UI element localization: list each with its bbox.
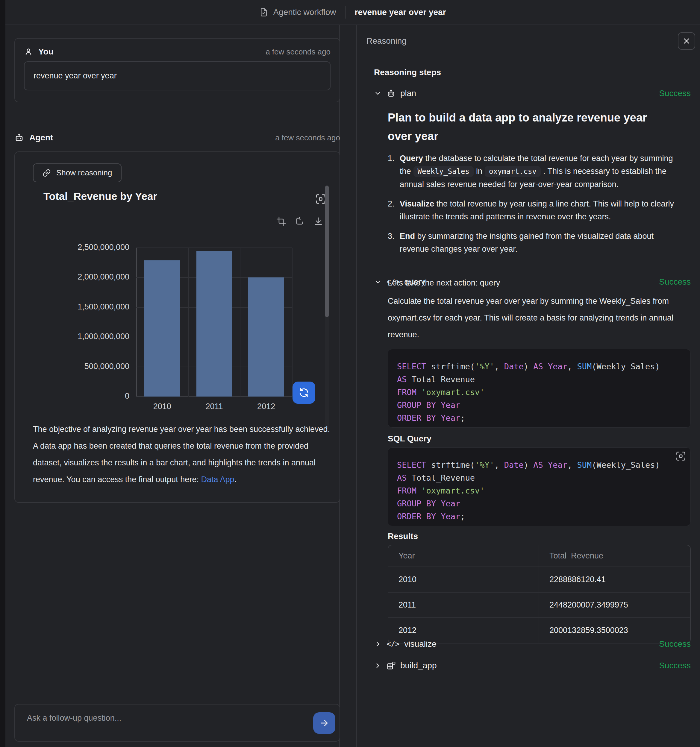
step-row-build-app[interactable]: build_app Success bbox=[374, 659, 691, 672]
close-reasoning-button[interactable] bbox=[678, 32, 695, 50]
sql-code-line: SELECT strftime('%Y', Date) AS Year, SUM… bbox=[397, 458, 682, 471]
agentic-workflow-app: Agentic workflow revenue year over year … bbox=[0, 0, 700, 747]
show-reasoning-label: Show reasoning bbox=[56, 168, 112, 177]
table-cell: 2011 bbox=[388, 592, 539, 617]
agent-message-card: Show reasoning Total_Revenue by Year 050… bbox=[14, 151, 340, 503]
blocks-icon bbox=[386, 661, 395, 670]
step-row-visualize[interactable]: </> visualize Success bbox=[374, 637, 691, 651]
sql-code-line: FROM 'oxymart.csv' bbox=[397, 484, 682, 497]
sql-code-line: AS Total_Revenue bbox=[397, 471, 682, 484]
plan-item-text: the total revenue by year using a line c… bbox=[400, 199, 674, 221]
plan-item-bold: End bbox=[400, 231, 415, 240]
user-icon bbox=[24, 47, 33, 56]
x-axis-label: 2012 bbox=[242, 402, 290, 411]
plan-item-text: by summarizing the insights gained from … bbox=[400, 231, 654, 254]
agent-name: Agent bbox=[29, 133, 53, 142]
column-header: Total_Revenue bbox=[539, 545, 690, 567]
plan-item-bold: Visualize bbox=[400, 199, 434, 208]
step-status-query: Success bbox=[659, 277, 691, 287]
followup-input[interactable] bbox=[15, 705, 339, 741]
file-check-icon bbox=[259, 8, 268, 17]
results-label: Results bbox=[388, 532, 418, 541]
user-message-text: revenue year over year bbox=[33, 71, 117, 80]
plan-item-number: 1. bbox=[388, 152, 400, 191]
reset-view-icon[interactable] bbox=[295, 216, 305, 226]
chevron-down-icon[interactable] bbox=[374, 278, 382, 286]
app-label: Agentic workflow bbox=[273, 8, 336, 17]
plan-item-text: in bbox=[476, 167, 482, 176]
sql-code-line: SELECT strftime('%Y', Date) AS Year, SUM… bbox=[397, 360, 682, 373]
chart-bar-2010[interactable] bbox=[144, 260, 180, 396]
sql-query-code-block: SELECT strftime('%Y', Date) AS Year, SUM… bbox=[388, 448, 691, 526]
y-axis-label: 500,000,000 bbox=[24, 362, 129, 371]
agentic-workflow-tab[interactable]: Agentic workflow bbox=[259, 8, 336, 17]
zoom-select-icon[interactable] bbox=[276, 216, 286, 226]
code-icon: </> bbox=[386, 640, 399, 648]
data-app-link[interactable]: Data App bbox=[201, 475, 234, 484]
sql-query-label: SQL Query bbox=[388, 434, 432, 443]
plan-item-number: 2. bbox=[388, 198, 400, 223]
y-axis-label: 1,000,000,000 bbox=[24, 332, 129, 341]
chevron-right-icon[interactable] bbox=[374, 662, 382, 670]
plan-item-3: 3. End by summarizing the insights gaine… bbox=[388, 230, 675, 256]
x-axis-label: 2011 bbox=[191, 402, 238, 411]
sql-code-line: ORDER BY Year; bbox=[397, 510, 682, 523]
chart-toolbar bbox=[276, 216, 323, 226]
conversation-title: revenue year over year bbox=[355, 8, 446, 17]
chevron-right-icon[interactable] bbox=[374, 640, 382, 648]
y-axis-label: 0 bbox=[24, 392, 129, 401]
chart-refresh-button[interactable] bbox=[292, 382, 315, 404]
y-axis-label: 2,000,000,000 bbox=[24, 272, 129, 281]
gridline bbox=[240, 248, 241, 396]
chart-bar-2012[interactable] bbox=[248, 277, 284, 396]
agent-timestamp: a few seconds ago bbox=[275, 133, 340, 142]
top-bar: Agentic workflow revenue year over year bbox=[5, 0, 700, 25]
sql-code-line: GROUP BY Year bbox=[397, 497, 682, 510]
chart-expand-icon[interactable] bbox=[315, 194, 326, 205]
link-icon bbox=[42, 169, 51, 177]
sql-code-line: AS Total_Revenue bbox=[397, 373, 682, 386]
sql-code-block: SELECT strftime('%Y', Date) AS Year, SUM… bbox=[388, 349, 691, 428]
download-icon[interactable] bbox=[313, 216, 323, 226]
step-row-query[interactable]: </> query Success bbox=[374, 275, 691, 289]
chat-column: You a few seconds ago revenue year over … bbox=[5, 25, 340, 747]
sql-code-line: GROUP BY Year bbox=[397, 399, 682, 411]
agent-summary: The objective of analyzing revenue year … bbox=[33, 421, 333, 488]
gridline bbox=[292, 248, 292, 396]
agent-card-scrollbar[interactable] bbox=[325, 186, 329, 430]
sql-code-line: ORDER BY Year; bbox=[397, 411, 682, 424]
step-status-plan: Success bbox=[659, 89, 691, 98]
chart-bar-2011[interactable] bbox=[196, 251, 232, 396]
step-label-query: query bbox=[404, 277, 425, 287]
summary-text: The objective of analyzing revenue year … bbox=[33, 425, 330, 484]
followup-input-card bbox=[14, 704, 340, 742]
expand-code-icon[interactable] bbox=[676, 451, 686, 461]
send-button[interactable] bbox=[313, 712, 335, 734]
table-row: 20112448200007.3499975 bbox=[388, 592, 690, 617]
code-chip-oxymart-csv: oxymart.csv bbox=[485, 166, 541, 177]
column-header: Year bbox=[388, 545, 539, 567]
chevron-down-icon[interactable] bbox=[374, 89, 382, 97]
sql-code-line: FROM 'oxymart.csv' bbox=[397, 386, 682, 399]
y-axis-label: 2,500,000,000 bbox=[24, 243, 129, 252]
table-cell: 2448200007.3499975 bbox=[539, 592, 690, 617]
scrollbar-thumb[interactable] bbox=[325, 186, 329, 317]
step-label-visualize: visualize bbox=[404, 639, 436, 649]
reasoning-panel: Reasoning Reasoning steps plan Success P… bbox=[356, 25, 700, 747]
agent-message-header: Agent a few seconds ago bbox=[14, 130, 340, 145]
table-row: 20102288886120.41 bbox=[388, 567, 690, 592]
code-icon: </> bbox=[386, 278, 399, 286]
left-edge-strip bbox=[0, 0, 5, 747]
step-row-plan[interactable]: plan Success bbox=[374, 87, 691, 100]
reasoning-steps-title: Reasoning steps bbox=[374, 68, 441, 77]
show-reasoning-button[interactable]: Show reasoning bbox=[33, 163, 121, 182]
send-arrow-icon bbox=[319, 718, 329, 728]
bar-chart: 0500,000,0001,000,000,0001,500,000,0002,… bbox=[24, 237, 332, 423]
close-icon bbox=[683, 37, 691, 45]
plan-item-number: 3. bbox=[388, 230, 400, 256]
user-message: revenue year over year bbox=[24, 61, 330, 91]
reasoning-panel-title: Reasoning bbox=[367, 36, 678, 46]
step-status-visualize: Success bbox=[659, 639, 691, 649]
plan-heading: Plan to build a data app to analyze reve… bbox=[388, 108, 672, 145]
step-status-build-app: Success bbox=[659, 661, 691, 670]
